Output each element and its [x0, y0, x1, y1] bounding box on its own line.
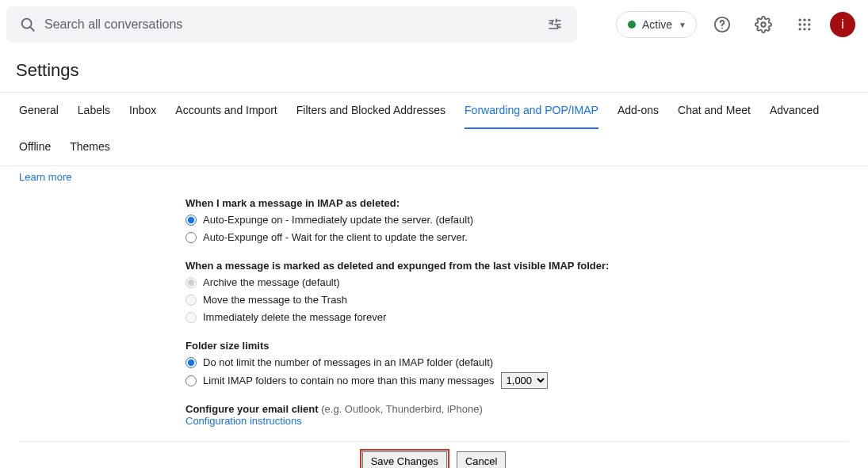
apps-grid-icon[interactable]	[789, 9, 820, 40]
svg-point-11	[799, 28, 801, 30]
tab-themes[interactable]: Themes	[70, 129, 110, 166]
cancel-button[interactable]: Cancel	[457, 451, 506, 468]
no-limit-label: Do not limit the number of messages in a…	[203, 355, 493, 371]
tab-chat-and-meet[interactable]: Chat and Meet	[678, 93, 751, 129]
auto-expunge-on-label: Auto-Expunge on - Immediately update the…	[203, 212, 473, 228]
page-title: Settings	[0, 49, 868, 93]
trash-radio[interactable]	[185, 295, 197, 306]
search-icon	[19, 16, 36, 33]
status-label: Active	[642, 18, 672, 31]
avatar-letter: i	[841, 17, 844, 32]
auto-expunge-off-option[interactable]: Auto-Expunge off - Wait for the client t…	[185, 230, 849, 245]
help-icon[interactable]	[706, 9, 738, 40]
search-options-icon[interactable]	[539, 9, 571, 40]
auto-expunge-off-radio[interactable]	[185, 232, 197, 243]
search-box[interactable]	[6, 6, 577, 43]
expunged-heading: When a message is marked as deleted and …	[185, 260, 849, 272]
delete-forever-label: Immediately delete the message forever	[203, 310, 386, 325]
trash-option[interactable]: Move the message to the Trash	[185, 292, 849, 308]
status-chip[interactable]: Active ▼	[616, 11, 697, 38]
header-bar: Active ▼ i	[0, 0, 868, 49]
limit-radio[interactable]	[185, 375, 197, 386]
save-changes-button[interactable]: Save Changes	[362, 451, 447, 468]
tab-labels[interactable]: Labels	[78, 93, 110, 129]
learn-more-link[interactable]: Learn more	[19, 171, 849, 183]
svg-point-4	[761, 22, 766, 27]
folder-limits-heading: Folder size limits	[185, 340, 849, 352]
delete-forever-radio[interactable]	[185, 312, 197, 323]
imap-delete-heading: When I mark a message in IMAP as deleted…	[185, 197, 849, 209]
archive-option[interactable]: Archive the message (default)	[185, 275, 849, 291]
auto-expunge-off-label: Auto-Expunge off - Wait for the client t…	[203, 230, 468, 245]
action-buttons: Save Changes Cancel	[19, 441, 849, 468]
tab-advanced[interactable]: Advanced	[770, 93, 819, 129]
search-input[interactable]	[36, 17, 539, 32]
tab-general[interactable]: General	[19, 93, 59, 129]
configure-heading: Configure your email client	[185, 403, 319, 415]
svg-point-7	[808, 19, 810, 21]
limit-option[interactable]: Limit IMAP folders to contain no more th…	[185, 372, 849, 389]
svg-point-9	[803, 23, 805, 25]
tab-add-ons[interactable]: Add-ons	[618, 93, 659, 129]
svg-point-12	[803, 28, 805, 30]
status-dot-icon	[628, 21, 636, 29]
settings-tabs: GeneralLabelsInboxAccounts and ImportFil…	[0, 93, 868, 166]
svg-line-1	[30, 27, 34, 31]
svg-point-8	[799, 23, 801, 25]
delete-forever-option[interactable]: Immediately delete the message forever	[185, 310, 849, 325]
svg-point-6	[803, 19, 805, 21]
auto-expunge-on-option[interactable]: Auto-Expunge on - Immediately update the…	[185, 212, 849, 228]
svg-point-10	[808, 23, 810, 25]
svg-point-13	[808, 28, 810, 30]
chevron-down-icon: ▼	[679, 21, 686, 29]
no-limit-option[interactable]: Do not limit the number of messages in a…	[185, 355, 849, 371]
trash-label: Move the message to the Trash	[203, 292, 347, 308]
tab-forwarding-and-pop-imap[interactable]: Forwarding and POP/IMAP	[465, 93, 598, 129]
avatar[interactable]: i	[830, 12, 855, 37]
svg-point-0	[22, 19, 32, 29]
configuration-instructions-link[interactable]: Configuration instructions	[185, 415, 849, 427]
svg-point-3	[721, 28, 723, 29]
tab-accounts-and-import[interactable]: Accounts and Import	[175, 93, 277, 129]
tab-filters-and-blocked-addresses[interactable]: Filters and Blocked Addresses	[296, 93, 445, 129]
tab-offline[interactable]: Offline	[19, 129, 51, 166]
tab-inbox[interactable]: Inbox	[129, 93, 156, 129]
gear-icon[interactable]	[748, 9, 779, 40]
auto-expunge-on-radio[interactable]	[185, 215, 197, 226]
limit-label: Limit IMAP folders to contain no more th…	[203, 373, 495, 389]
svg-point-5	[799, 19, 801, 21]
archive-radio[interactable]	[185, 277, 197, 288]
no-limit-radio[interactable]	[185, 357, 197, 368]
archive-label: Archive the message (default)	[203, 275, 340, 291]
limit-select[interactable]: 1,000	[501, 372, 548, 389]
configure-hint: (e.g. Outlook, Thunderbird, iPhone)	[321, 403, 483, 415]
